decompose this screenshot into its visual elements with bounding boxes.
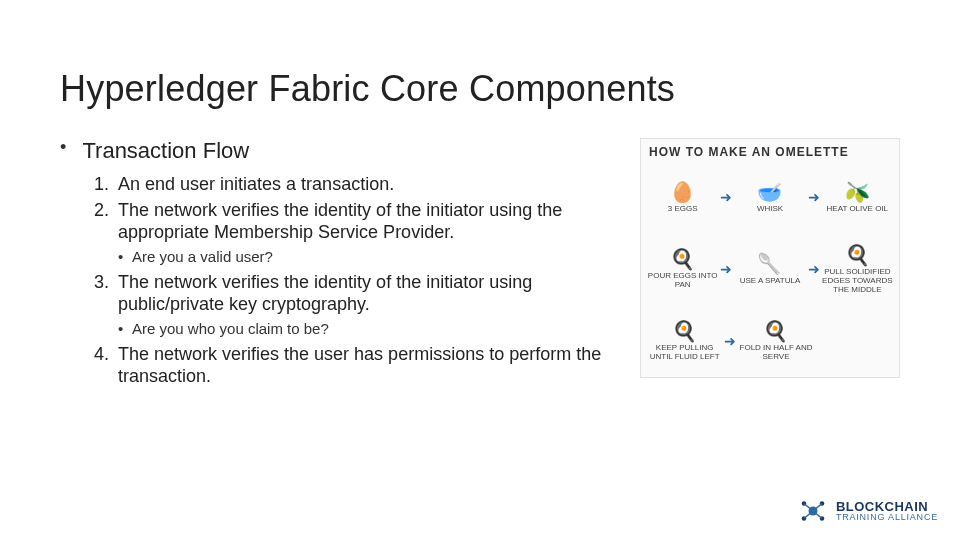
illustration-step-label: HEAT OLIVE OIL bbox=[827, 204, 889, 213]
illustration-title: HOW TO MAKE AN OMELETTE bbox=[641, 139, 899, 161]
step-item: The network verifies the identity of the… bbox=[114, 272, 620, 338]
step-text: The network verifies the identity of the… bbox=[118, 272, 532, 314]
omelette-illustration: HOW TO MAKE AN OMELETTE 🥚 3 EGGS ➜ 🥣 WHI… bbox=[640, 138, 900, 378]
bowl-icon: 🥣 bbox=[757, 182, 782, 202]
illustration-step: 🍳 PULL SOLIDIFIED EDGES TOWARDS THE MIDD… bbox=[820, 245, 895, 294]
illustration-step-label: POUR EGGS INTO PAN bbox=[645, 271, 720, 289]
sub-item: Are you who you claim to be? bbox=[118, 320, 620, 338]
arrow-icon: ➜ bbox=[720, 189, 732, 205]
section-label: Transaction Flow bbox=[82, 138, 249, 163]
pan-icon: 🍳 bbox=[763, 321, 788, 341]
logo-line-2: TRAINING ALLIANCE bbox=[836, 513, 938, 522]
illustration-step-label: FOLD IN HALF AND SERVE bbox=[736, 343, 815, 361]
illustration-row: 🍳 KEEP PULLING UNTIL FLUID LEFT ➜ 🍳 FOLD… bbox=[641, 305, 899, 377]
step-item: An end user initiates a transaction. bbox=[114, 174, 620, 196]
content-row: Transaction Flow An end user initiates a… bbox=[60, 138, 900, 392]
logo-icon bbox=[798, 496, 828, 526]
illustration-step-label: KEEP PULLING UNTIL FLUID LEFT bbox=[645, 343, 724, 361]
step-text: The network verifies the user has permis… bbox=[118, 344, 601, 386]
spoon-icon: 🥄 bbox=[757, 254, 782, 274]
sub-text: Are you a valid user? bbox=[132, 248, 273, 265]
sub-text: Are you who you claim to be? bbox=[132, 320, 329, 337]
illustration-step-label: PULL SOLIDIFIED EDGES TOWARDS THE MIDDLE bbox=[820, 267, 895, 294]
arrow-icon: ➜ bbox=[808, 261, 820, 277]
logo: BLOCKCHAIN TRAINING ALLIANCE bbox=[798, 496, 938, 526]
illustration-row: 🥚 3 EGGS ➜ 🥣 WHISK ➜ 🫒 HEAT OLIVE OIL bbox=[641, 161, 899, 233]
sub-item: Are you a valid user? bbox=[118, 248, 620, 266]
step-item: The network verifies the identity of the… bbox=[114, 200, 620, 266]
illustration-step-label: WHISK bbox=[757, 204, 783, 213]
olive-icon: 🫒 bbox=[845, 182, 870, 202]
illustration-step: 🫒 HEAT OLIVE OIL bbox=[820, 182, 895, 213]
illustration-step-label: USE A SPATULA bbox=[740, 276, 801, 285]
slide: Hyperledger Fabric Core Components Trans… bbox=[0, 0, 960, 392]
logo-text: BLOCKCHAIN TRAINING ALLIANCE bbox=[836, 500, 938, 522]
slide-title: Hyperledger Fabric Core Components bbox=[60, 68, 900, 110]
arrow-icon: ➜ bbox=[720, 261, 732, 277]
illustration-step: 🍳 POUR EGGS INTO PAN bbox=[645, 249, 720, 289]
arrow-icon: ➜ bbox=[724, 333, 736, 349]
step-text: An end user initiates a transaction. bbox=[118, 174, 394, 194]
illustration-step: 🥣 WHISK bbox=[732, 182, 807, 213]
pan-icon: 🍳 bbox=[672, 321, 697, 341]
illustration-step: 🍳 KEEP PULLING UNTIL FLUID LEFT bbox=[645, 321, 724, 361]
section-item: Transaction Flow An end user initiates a… bbox=[60, 138, 620, 388]
illustration-row: 🍳 POUR EGGS INTO PAN ➜ 🥄 USE A SPATULA ➜… bbox=[641, 233, 899, 305]
egg-icon: 🥚 bbox=[670, 182, 695, 202]
image-column: HOW TO MAKE AN OMELETTE 🥚 3 EGGS ➜ 🥣 WHI… bbox=[640, 138, 900, 392]
pan-icon: 🍳 bbox=[670, 249, 695, 269]
bullet-list: Transaction Flow An end user initiates a… bbox=[60, 138, 620, 388]
sub-list: Are you who you claim to be? bbox=[118, 320, 620, 338]
illustration-step-label: 3 EGGS bbox=[668, 204, 698, 213]
sub-list: Are you a valid user? bbox=[118, 248, 620, 266]
pan-icon: 🍳 bbox=[845, 245, 870, 265]
arrow-icon: ➜ bbox=[808, 189, 820, 205]
step-item: The network verifies the user has permis… bbox=[114, 344, 620, 388]
illustration-step: 🥄 USE A SPATULA bbox=[732, 254, 807, 285]
illustration-step: 🍳 FOLD IN HALF AND SERVE bbox=[736, 321, 815, 361]
step-list: An end user initiates a transaction. The… bbox=[114, 174, 620, 388]
text-column: Transaction Flow An end user initiates a… bbox=[60, 138, 620, 392]
illustration-step: 🥚 3 EGGS bbox=[645, 182, 720, 213]
step-text: The network verifies the identity of the… bbox=[118, 200, 562, 242]
